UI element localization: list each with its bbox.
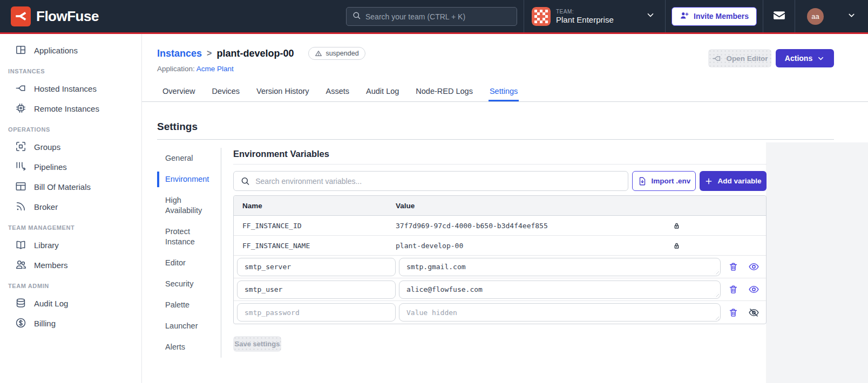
settings-nav-protect-instance[interactable]: Protect Instance bbox=[157, 221, 221, 252]
column-header-name: Name bbox=[234, 202, 396, 210]
sidebar-item-applications[interactable]: Applications bbox=[0, 40, 141, 60]
search-input[interactable] bbox=[365, 12, 511, 21]
table-row: FF_INSTANCE_NAME plant-develop-00 bbox=[234, 236, 766, 256]
tab-assets[interactable]: Assets bbox=[325, 82, 351, 101]
tab-node-red-logs[interactable]: Node-RED Logs bbox=[415, 82, 474, 101]
show-value-button[interactable] bbox=[748, 284, 760, 295]
eye-icon bbox=[748, 261, 760, 272]
navbar-right: TEAM: Plant Enterprise In bbox=[524, 0, 868, 32]
brand[interactable]: FlowFuse bbox=[0, 6, 99, 26]
team-avatar bbox=[532, 7, 551, 26]
tab-overview[interactable]: Overview bbox=[161, 82, 196, 101]
sidebar-item-audit-log[interactable]: Audit Log bbox=[0, 293, 141, 313]
mail-icon bbox=[772, 9, 786, 24]
env-var-name: FF_INSTANCE_ID bbox=[234, 222, 396, 230]
tab-devices[interactable]: Devices bbox=[211, 82, 241, 101]
settings-nav-environment[interactable]: Environment bbox=[157, 169, 221, 190]
main-content: Instances > plant-develop-00 suspended A… bbox=[142, 34, 868, 383]
flowfuse-logo-icon bbox=[11, 6, 31, 26]
env-var-name-input[interactable] bbox=[237, 303, 396, 322]
tab-version-history[interactable]: Version History bbox=[255, 82, 310, 101]
instance-name: plant-develop-00 bbox=[216, 48, 294, 59]
application-label: Application: bbox=[157, 65, 195, 73]
search-icon bbox=[352, 11, 361, 22]
breadcrumb-instances-link[interactable]: Instances bbox=[157, 48, 202, 59]
settings-nav-alerts[interactable]: Alerts bbox=[157, 337, 221, 358]
settings-nav: General Environment High Availability Pr… bbox=[157, 148, 221, 358]
settings-nav-launcher[interactable]: Launcher bbox=[157, 316, 221, 337]
open-editor-button[interactable]: Open Editor bbox=[708, 49, 771, 67]
delete-variable-button[interactable] bbox=[728, 284, 738, 295]
env-search[interactable] bbox=[233, 171, 628, 191]
flowfuse-app: FlowFuse bbox=[0, 0, 868, 383]
panel-title: Environment Variables bbox=[233, 149, 767, 159]
sidebar-item-billing[interactable]: Billing bbox=[0, 313, 141, 333]
table-row: FF_INSTANCE_ID 37f7d969-97cd-4000-b650-b… bbox=[234, 216, 766, 236]
env-var-value: plant-develop-00 bbox=[396, 242, 574, 250]
tab-settings[interactable]: Settings bbox=[489, 82, 519, 101]
bill-of-materials-icon bbox=[15, 180, 27, 194]
env-var-value-input[interactable] bbox=[399, 281, 721, 299]
sidebar-item-pipelines[interactable]: Pipelines bbox=[0, 157, 141, 177]
settings-nav-security[interactable]: Security bbox=[157, 273, 221, 295]
trash-icon bbox=[728, 284, 738, 295]
env-var-value-input[interactable] bbox=[399, 303, 721, 322]
editor-icon bbox=[711, 53, 722, 64]
divider bbox=[233, 164, 767, 165]
user-avatar: aa bbox=[807, 8, 824, 25]
eye-icon bbox=[748, 284, 760, 295]
team-label: TEAM: bbox=[556, 9, 640, 15]
column-header-value: Value bbox=[396, 202, 766, 210]
env-var-name: FF_INSTANCE_NAME bbox=[234, 242, 396, 250]
delete-variable-button[interactable] bbox=[728, 307, 738, 318]
save-settings-button[interactable]: Save settings bbox=[233, 336, 281, 352]
remote-instances-icon bbox=[15, 102, 27, 116]
env-variables-table: Name Value FF_INSTANCE_ID 37f7d969-97cd-… bbox=[233, 195, 767, 324]
broker-icon bbox=[15, 200, 27, 214]
sidebar-item-remote-instances[interactable]: Remote Instances bbox=[0, 99, 141, 119]
user-menu[interactable]: aa bbox=[795, 0, 868, 32]
show-value-button[interactable] bbox=[748, 261, 760, 272]
settings-nav-palette[interactable]: Palette bbox=[157, 295, 221, 316]
settings-nav-general[interactable]: General bbox=[157, 148, 221, 169]
plus-icon bbox=[704, 177, 713, 186]
team-selector[interactable]: TEAM: Plant Enterprise bbox=[524, 0, 665, 32]
settings-nav-editor[interactable]: Editor bbox=[157, 252, 221, 273]
instance-tabs: Overview Devices Version History Assets … bbox=[142, 82, 868, 102]
lock-icon bbox=[672, 221, 681, 230]
settings-title: Settings bbox=[157, 121, 868, 133]
groups-icon bbox=[15, 140, 27, 154]
lock-icon bbox=[672, 241, 681, 250]
add-variable-button[interactable]: Add variable bbox=[700, 171, 767, 191]
sidebar-item-library[interactable]: Library bbox=[0, 235, 141, 255]
env-var-name-input[interactable] bbox=[237, 281, 396, 299]
hide-value-button[interactable] bbox=[748, 307, 760, 318]
brand-wordmark: FlowFuse bbox=[36, 8, 99, 25]
sidebar-item-broker[interactable]: Broker bbox=[0, 197, 141, 217]
sidebar-item-groups[interactable]: Groups bbox=[0, 137, 141, 157]
sidebar-section-team-management: TEAM MANAGEMENT bbox=[0, 217, 141, 235]
sidebar-section-team-admin: TEAM ADMIN bbox=[0, 275, 141, 293]
sidebar-item-members[interactable]: Members bbox=[0, 255, 141, 275]
notifications-button[interactable] bbox=[763, 0, 795, 32]
invite-members-button[interactable]: Invite Members bbox=[672, 7, 757, 26]
tab-audit-log[interactable]: Audit Log bbox=[365, 82, 400, 101]
env-search-input[interactable] bbox=[255, 177, 621, 186]
application-link[interactable]: Acme Plant bbox=[196, 65, 234, 73]
team-search[interactable] bbox=[346, 7, 517, 26]
pipelines-icon bbox=[15, 160, 27, 174]
env-var-value-input[interactable] bbox=[399, 258, 721, 276]
sidebar-item-bill-of-materials[interactable]: Bill Of Materials bbox=[0, 177, 141, 197]
env-var-value: 37f7d969-97cd-4000-b650-b3d4f4eef855 bbox=[396, 222, 574, 230]
sidebar-item-hosted-instances[interactable]: Hosted Instances bbox=[0, 79, 141, 99]
env-var-name-input[interactable] bbox=[237, 258, 396, 276]
sidebar-section-operations: OPERATIONS bbox=[0, 119, 141, 137]
actions-button[interactable]: Actions bbox=[776, 49, 834, 67]
delete-variable-button[interactable] bbox=[728, 262, 738, 272]
settings-nav-high-availability[interactable]: High Availability bbox=[157, 190, 221, 221]
members-icon bbox=[15, 258, 27, 272]
import-env-button[interactable]: Import .env bbox=[632, 171, 696, 191]
divider bbox=[157, 139, 834, 140]
sidebar-section-instances: INSTANCES bbox=[0, 60, 141, 79]
trash-icon bbox=[728, 262, 738, 272]
